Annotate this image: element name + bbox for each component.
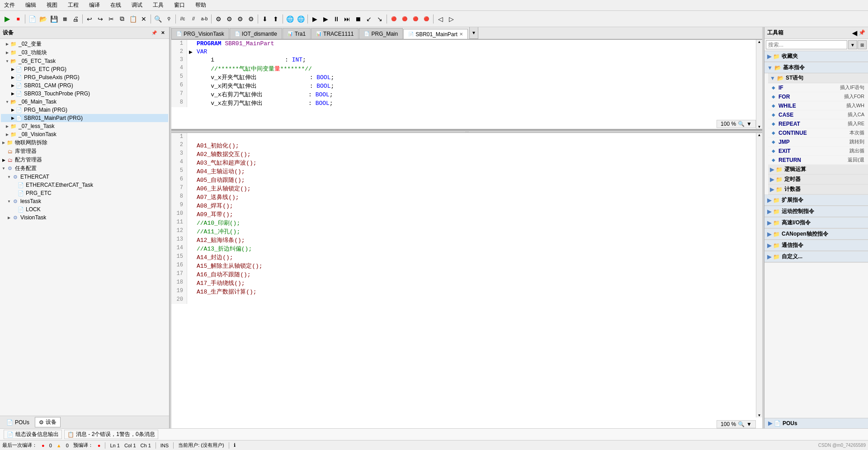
- toolbox-pous-section[interactable]: ▶ 📄 POUs: [764, 418, 868, 428]
- toolbox-item-case[interactable]: ◆ CASE 插入CA: [768, 110, 868, 119]
- tab-sbr01-main[interactable]: 📄 SBR01_MainPart ✕: [403, 29, 468, 40]
- debug7-btn[interactable]: ↘: [375, 14, 385, 24]
- bp2-btn[interactable]: 🔴: [400, 14, 410, 24]
- scroll-up-upper[interactable]: ▲: [758, 40, 761, 44]
- panel-pin-btn[interactable]: 📌: [151, 29, 158, 37]
- tree-item-07[interactable]: ▶ 📁 _07_less_Task: [1, 122, 168, 130]
- scroll-down-lower[interactable]: ▼: [758, 413, 761, 417]
- toolbox-section-ext-header[interactable]: ▶ 📁 扩展指令: [764, 195, 868, 206]
- tree-item-recipe[interactable]: ▶ 🗂 配方管理器: [1, 156, 168, 164]
- toolbox-section-custom-header[interactable]: ▶ 📁 自定义...: [764, 251, 868, 262]
- bp1-btn[interactable]: 🔴: [389, 14, 399, 24]
- zoom-down-upper[interactable]: ▼: [746, 121, 752, 127]
- tree-item-sbr01-main[interactable]: ▶ 📄 SBR01_MainPart (PRG): [1, 114, 168, 122]
- zoom-icon-upper[interactable]: 🔍: [738, 121, 745, 127]
- tree-item-prg-etc[interactable]: ▶ 📄 PRG_ETC (PRG): [1, 65, 168, 73]
- tab-close-sbr01[interactable]: ✕: [459, 32, 463, 37]
- panel-close-btn[interactable]: ✕: [159, 29, 166, 37]
- menu-window[interactable]: 窗口: [172, 0, 187, 10]
- toolbox-subsection-counter-header[interactable]: ▶ 📁 计数器: [768, 185, 868, 194]
- config-output-btn[interactable]: 📄 组态设备信息输出: [4, 430, 62, 439]
- compile4-btn[interactable]: ⚙: [246, 14, 256, 24]
- menu-view[interactable]: 视图: [45, 0, 59, 10]
- bp4-btn[interactable]: 🔴: [421, 14, 431, 24]
- uncomment-btn[interactable]: //: [189, 14, 198, 24]
- online-btn[interactable]: 🌐: [285, 14, 295, 24]
- toolbox-item-repeat[interactable]: ◆ REPEAT 插入RE: [768, 119, 868, 128]
- toolbox-section-highspeed-header[interactable]: ▶ 📁 高速I/O指令: [764, 218, 868, 228]
- menu-help[interactable]: 帮助: [193, 0, 208, 10]
- stop-btn[interactable]: ■: [13, 14, 23, 24]
- toolbox-item-exit[interactable]: ◆ EXIT 跳出循: [768, 147, 868, 156]
- tab-trace1111[interactable]: 📊 TRACE1111: [311, 28, 359, 39]
- tree-item-ethercat[interactable]: ▼ ⚙ ETHERCAT: [1, 173, 168, 181]
- compile3-btn[interactable]: ⚙: [235, 14, 245, 24]
- toolbox-section-favorites-header[interactable]: ▶ 📁 收藏夹: [764, 51, 868, 62]
- upper-scrollbar[interactable]: ▲ ▼: [756, 40, 762, 129]
- play-btn[interactable]: ▶: [2, 14, 12, 24]
- misc2-btn[interactable]: ▷: [446, 14, 456, 24]
- tab-iot-dismantle[interactable]: 📄 IOT_dismantle: [230, 28, 282, 39]
- toolbox-expand-btn[interactable]: ◀: [852, 29, 857, 37]
- toolbox-search-input[interactable]: [766, 40, 847, 49]
- lower-scrollbar[interactable]: ▲ ▼: [756, 133, 762, 417]
- scroll-down-upper[interactable]: ▼: [758, 125, 761, 129]
- toolbox-item-return[interactable]: ◆ RETURN 返回(退: [768, 156, 868, 165]
- tree-item-lock[interactable]: 📄 LOCK: [1, 205, 168, 213]
- toolbox-pin-btn[interactable]: 📌: [859, 29, 865, 37]
- comment-btn[interactable]: //c: [178, 14, 188, 24]
- delete-btn[interactable]: ✕: [139, 14, 149, 24]
- print-btn[interactable]: 🖨: [71, 14, 80, 24]
- debug5-btn[interactable]: ⏹: [353, 14, 363, 24]
- misc1-btn[interactable]: ◁: [435, 14, 445, 24]
- bp3-btn[interactable]: 🔴: [410, 14, 420, 24]
- tree-item-iot[interactable]: ▶ 📁 物联网防拆除: [1, 138, 168, 147]
- zoom-icon-lower[interactable]: 🔍: [738, 421, 745, 427]
- offline-btn[interactable]: 🌐: [296, 14, 306, 24]
- redo-btn[interactable]: ↪: [95, 14, 105, 24]
- tree-item-sbr03[interactable]: ▶ 📄 SBR03_TouchProbe (PRG): [1, 90, 168, 98]
- tree-item-prg-etc2[interactable]: 📄 PRG_ETC: [1, 189, 168, 197]
- tree-item-08[interactable]: ▶ 📁 _08_VisionTask: [1, 130, 168, 138]
- debug6-btn[interactable]: ↙: [364, 14, 374, 24]
- bottom-tab-devices[interactable]: ⚙ 设备: [35, 417, 61, 427]
- debug3-btn[interactable]: ⏸: [331, 14, 341, 24]
- tab-prg-main[interactable]: 📄 PRG_Main: [359, 28, 403, 39]
- ab-btn[interactable]: a-b: [199, 14, 209, 24]
- download-btn[interactable]: ⬇: [260, 14, 270, 24]
- debug2-btn[interactable]: ▶: [321, 14, 330, 24]
- toolbox-search-btn[interactable]: ▼: [848, 40, 857, 49]
- tree-item-task[interactable]: ▼ ⚙ 任务配置: [1, 164, 168, 173]
- compile2-btn[interactable]: ⚙: [224, 14, 234, 24]
- copy-btn[interactable]: ⧉: [117, 14, 127, 24]
- tree-item-visiontask[interactable]: ▶ ⚙ VisionTask: [1, 213, 168, 222]
- menu-tools[interactable]: 工具: [151, 0, 165, 10]
- tree-item-02[interactable]: ▶ 📁 _02_变量: [1, 40, 168, 48]
- toolbox-subsection-logic-header[interactable]: ▶ 📁 逻辑运算: [768, 165, 868, 175]
- find2-btn[interactable]: ⚲: [164, 14, 174, 24]
- menu-online[interactable]: 在线: [108, 0, 123, 10]
- tab-tra1[interactable]: 📊 Tra1: [283, 28, 311, 39]
- menu-file[interactable]: 文件: [2, 0, 17, 10]
- bottom-tab-pous[interactable]: 📄 POUs: [2, 418, 33, 427]
- upload-btn[interactable]: ⬆: [271, 14, 281, 24]
- tree-item-ethercat-task[interactable]: 📄 ETHERCAT.EtherCAT_Task: [1, 181, 168, 189]
- toolbox-section-motion-header[interactable]: ▶ 📁 运动控制指令: [764, 206, 868, 217]
- save-btn[interactable]: 💾: [49, 14, 59, 24]
- find-btn[interactable]: 🔍: [153, 14, 163, 24]
- debug4-btn[interactable]: ⏭: [342, 14, 352, 24]
- scroll-up-lower[interactable]: ▲: [758, 133, 761, 137]
- toolbox-item-for[interactable]: ◆ FOR 插入FOR: [768, 92, 868, 101]
- toolbox-subsection-st-header[interactable]: ▼ 📂 ST语句: [768, 73, 868, 83]
- toolbox-item-jmp[interactable]: ◆ JMP 跳转到: [768, 137, 868, 147]
- toolbox-item-while[interactable]: ◆ WHILE 插入WH: [768, 101, 868, 110]
- menu-debug[interactable]: 调试: [130, 0, 144, 10]
- toolbox-item-if[interactable]: ◆ IF 插入IF语句: [768, 83, 868, 92]
- lower-code-editor[interactable]: 1 2 A01_初始化(); 3 A02_轴数据交互();: [171, 133, 762, 428]
- debug1-btn[interactable]: ▶: [310, 14, 320, 24]
- paste-btn[interactable]: 📋: [128, 14, 138, 24]
- menu-project[interactable]: 工程: [66, 0, 80, 10]
- tree-item-05[interactable]: ▼ 📂 _05_ETC_Task: [1, 57, 168, 65]
- undo-btn[interactable]: ↩: [85, 14, 94, 24]
- tab-nav-btn[interactable]: ▼: [469, 27, 478, 39]
